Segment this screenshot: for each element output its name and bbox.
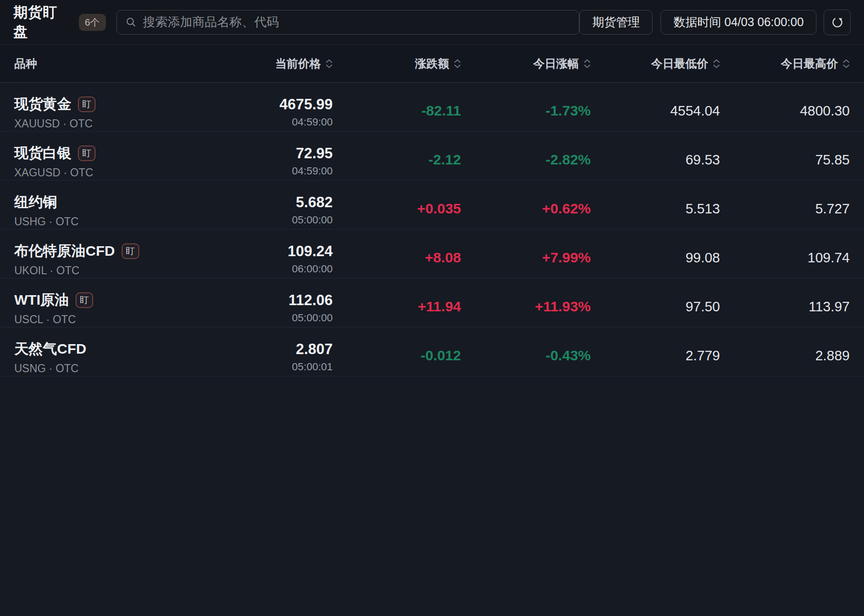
column-header-high-label: 今日最高价 xyxy=(781,56,838,71)
search-icon xyxy=(125,17,137,28)
topbar: 期货盯盘 6个 期货管理 数据时间 04/03 06:00:00 xyxy=(0,0,864,45)
current-price: 5.682 xyxy=(204,194,333,211)
instrument-name: 天然气CFD xyxy=(14,339,86,359)
table-row[interactable]: 纽约铜 USHG · OTC 5.682 05:00:00 +0.035 +0.… xyxy=(0,181,864,230)
price-time: 04:59:00 xyxy=(204,116,333,128)
sort-updown-icon xyxy=(454,59,461,68)
price-cell: 5.682 05:00:00 xyxy=(204,194,333,226)
change-percent: -1.73% xyxy=(461,103,591,119)
refresh-button[interactable] xyxy=(824,10,851,35)
change-percent: +0.62% xyxy=(461,201,591,217)
watch-tag-badge: 盯 xyxy=(122,243,139,259)
price-cell: 2.807 05:00:01 xyxy=(204,341,333,373)
change-amount: -2.12 xyxy=(333,152,461,168)
instrument-cell: 天然气CFD USNG · OTC xyxy=(14,339,204,375)
change-percent: -2.82% xyxy=(461,152,591,168)
column-header-price-label: 当前价格 xyxy=(275,56,321,71)
table-row[interactable]: 现货白银 盯 XAGUSD · OTC 72.95 04:59:00 -2.12… xyxy=(0,132,864,181)
change-percent: +7.99% xyxy=(461,250,591,266)
watchlist-count-badge: 6个 xyxy=(79,14,106,31)
column-header-change-label: 涨跌额 xyxy=(415,56,449,71)
sort-updown-icon xyxy=(584,59,591,68)
price-time: 06:00:00 xyxy=(204,263,333,275)
instrument-name: WTI原油 xyxy=(14,290,69,310)
current-price: 109.24 xyxy=(204,243,333,260)
page-title: 期货盯盘 xyxy=(13,3,71,42)
price-cell: 72.95 04:59:00 xyxy=(204,145,333,177)
price-time: 05:00:00 xyxy=(204,214,333,226)
day-high: 4800.30 xyxy=(720,103,850,119)
day-low: 97.50 xyxy=(591,299,720,315)
instrument-cell: WTI原油 盯 USCL · OTC xyxy=(14,290,204,326)
search-box[interactable] xyxy=(116,10,580,35)
current-price: 4675.99 xyxy=(204,96,333,113)
day-low: 69.53 xyxy=(591,152,720,168)
sort-updown-icon xyxy=(713,59,720,68)
watch-tag-badge: 盯 xyxy=(78,96,96,112)
day-low: 5.513 xyxy=(591,201,720,217)
refresh-icon xyxy=(831,16,844,29)
watch-tag-badge: 盯 xyxy=(76,292,93,308)
watchlist-table: 现货黄金 盯 XAUUSD · OTC 4675.99 04:59:00 -82… xyxy=(0,83,864,376)
price-cell: 4675.99 04:59:00 xyxy=(204,96,333,128)
change-amount: +11.94 xyxy=(333,298,461,315)
instrument-name: 现货白银 xyxy=(14,144,71,163)
instrument-cell: 布伦特原油CFD 盯 UKOIL · OTC xyxy=(14,241,204,277)
table-row[interactable]: WTI原油 盯 USCL · OTC 112.06 05:00:00 +11.9… xyxy=(0,279,864,327)
column-header-name-label: 品种 xyxy=(14,56,37,71)
futures-manage-button[interactable]: 期货管理 xyxy=(579,10,653,35)
instrument-name: 纽约铜 xyxy=(14,192,57,212)
sort-updown-icon xyxy=(843,59,850,68)
table-header: 品种 当前价格 涨跌额 今日涨幅 今日最低价 今日最高价 xyxy=(0,45,864,83)
column-header-high[interactable]: 今日最高价 xyxy=(720,56,850,71)
column-header-change[interactable]: 涨跌额 xyxy=(333,56,461,71)
instrument-cell: 现货黄金 盯 XAUUSD · OTC xyxy=(14,95,204,130)
change-amount: +0.035 xyxy=(333,201,461,217)
column-header-low-label: 今日最低价 xyxy=(651,56,708,71)
price-cell: 112.06 05:00:00 xyxy=(204,292,333,324)
instrument-name: 现货黄金 xyxy=(14,95,71,114)
column-header-low[interactable]: 今日最低价 xyxy=(591,56,720,71)
current-price: 112.06 xyxy=(204,292,333,309)
column-header-price[interactable]: 当前价格 xyxy=(204,56,333,71)
column-header-percent[interactable]: 今日涨幅 xyxy=(461,56,591,71)
day-high: 113.97 xyxy=(720,299,850,315)
current-price: 2.807 xyxy=(204,341,333,358)
data-time-button[interactable]: 数据时间 04/03 06:00:00 xyxy=(661,10,816,35)
change-percent: -0.43% xyxy=(461,347,591,364)
instrument-symbol: USHG · OTC xyxy=(14,215,204,228)
table-row[interactable]: 天然气CFD USNG · OTC 2.807 05:00:01 -0.012 … xyxy=(0,327,864,376)
day-high: 109.74 xyxy=(720,250,850,266)
instrument-symbol: XAUUSD · OTC xyxy=(14,117,204,130)
price-time: 05:00:00 xyxy=(204,312,333,324)
search-input[interactable] xyxy=(143,15,571,29)
day-high: 2.889 xyxy=(720,348,850,364)
table-row[interactable]: 现货黄金 盯 XAUUSD · OTC 4675.99 04:59:00 -82… xyxy=(0,83,864,132)
instrument-name: 布伦特原油CFD xyxy=(14,241,115,261)
watch-tag-badge: 盯 xyxy=(78,145,96,161)
change-amount: -0.012 xyxy=(333,347,461,364)
instrument-symbol: USNG · OTC xyxy=(14,362,204,375)
sort-updown-icon xyxy=(326,59,333,68)
price-time: 05:00:01 xyxy=(204,361,333,373)
price-time: 04:59:00 xyxy=(204,165,333,177)
instrument-cell: 纽约铜 USHG · OTC xyxy=(14,192,204,228)
day-low: 99.08 xyxy=(591,250,720,266)
current-price: 72.95 xyxy=(204,145,333,162)
instrument-symbol: UKOIL · OTC xyxy=(14,264,204,277)
day-high: 75.85 xyxy=(720,152,850,168)
price-cell: 109.24 06:00:00 xyxy=(204,243,333,275)
change-amount: +8.08 xyxy=(333,250,461,266)
day-high: 5.727 xyxy=(720,201,850,217)
day-low: 2.779 xyxy=(591,348,720,364)
column-header-name: 品种 xyxy=(14,56,204,71)
instrument-cell: 现货白银 盯 XAGUSD · OTC xyxy=(14,144,204,179)
change-amount: -82.11 xyxy=(333,103,461,119)
day-low: 4554.04 xyxy=(591,103,720,119)
column-header-percent-label: 今日涨幅 xyxy=(533,56,579,71)
instrument-symbol: XAGUSD · OTC xyxy=(14,166,204,179)
instrument-symbol: USCL · OTC xyxy=(14,313,204,326)
table-row[interactable]: 布伦特原油CFD 盯 UKOIL · OTC 109.24 06:00:00 +… xyxy=(0,230,864,279)
change-percent: +11.93% xyxy=(461,298,591,315)
